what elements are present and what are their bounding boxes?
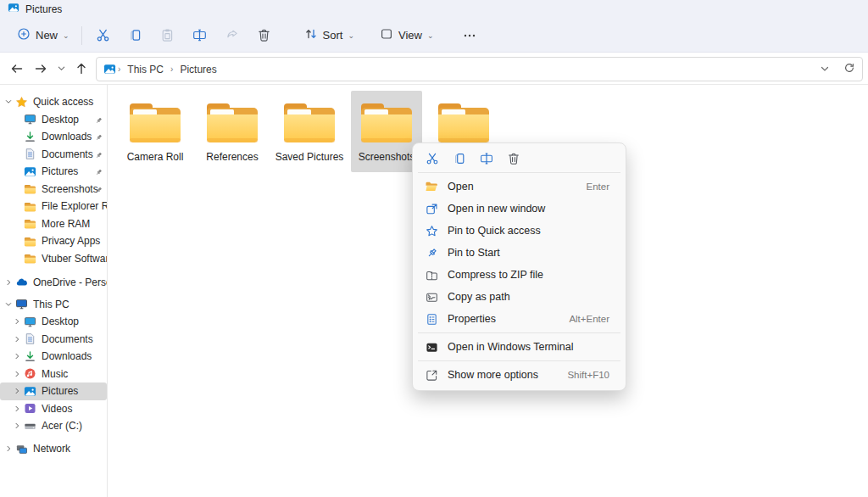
up-button[interactable] xyxy=(70,57,93,81)
pin-icon xyxy=(94,132,103,144)
breadcrumb-chevron-icon: › xyxy=(169,64,175,74)
pin-icon xyxy=(94,150,103,162)
see-more-button[interactable] xyxy=(453,22,486,49)
recent-locations-button[interactable] xyxy=(53,57,70,81)
sidebar-item-pictures[interactable]: Pictures xyxy=(0,163,107,181)
sidebar-item-screenshots[interactable]: Screenshots xyxy=(0,181,107,198)
sidebar-item-thispc-acer-c[interactable]: Acer (C:) xyxy=(0,417,107,435)
sort-button-label: Sort xyxy=(323,29,343,42)
breadcrumb-chevron-icon: › xyxy=(116,64,122,74)
view-button[interactable]: View ⌄ xyxy=(373,22,441,49)
menu-separator xyxy=(418,172,620,173)
rename-button[interactable] xyxy=(473,148,500,170)
pin-icon xyxy=(94,167,103,179)
menu-item-pin-to-start[interactable]: Pin to Start xyxy=(417,242,621,264)
chevron-down-icon: ⌄ xyxy=(348,31,354,40)
sidebar-item-thispc-downloads[interactable]: Downloads xyxy=(0,348,107,366)
menu-item-open[interactable]: Open Enter xyxy=(417,176,621,198)
sort-button[interactable]: Sort ⌄ xyxy=(298,22,361,49)
chevron-right-icon[interactable] xyxy=(11,405,23,413)
drive-icon xyxy=(23,420,37,433)
sidebar-item-quick-access[interactable]: Quick access xyxy=(0,93,107,111)
folder-label: References xyxy=(206,151,258,163)
computer-icon xyxy=(14,298,29,310)
forward-button[interactable] xyxy=(29,57,53,81)
chevron-right-icon[interactable] xyxy=(3,278,14,287)
sidebar-item-thispc-music[interactable]: Music xyxy=(0,366,107,383)
pictures-icon xyxy=(103,63,116,75)
copy-path-icon xyxy=(424,291,439,304)
chevron-right-icon[interactable] xyxy=(11,387,23,395)
breadcrumb-this-pc[interactable]: This PC xyxy=(122,61,169,78)
folder-tile-camera-roll[interactable]: Camera Roll xyxy=(120,91,191,172)
menu-item-compress-to-zip[interactable]: Compress to ZIP file xyxy=(417,264,621,286)
navigation-pane: Quick access Desktop Downloads Documents… xyxy=(0,85,108,497)
address-bar[interactable]: › This PC › Pictures xyxy=(96,57,863,81)
delete-button[interactable] xyxy=(500,148,527,170)
chevron-right-icon[interactable] xyxy=(11,335,23,343)
folder-icon xyxy=(204,100,260,146)
cut-button[interactable] xyxy=(419,148,446,170)
breadcrumb-pictures[interactable]: Pictures xyxy=(175,61,221,78)
menu-item-open-in-windows-terminal[interactable]: Open in Windows Terminal xyxy=(417,336,621,358)
copy-button[interactable] xyxy=(446,148,473,170)
menu-item-open-in-new-window[interactable]: Open in new window xyxy=(417,198,621,220)
new-button-label: New xyxy=(36,29,58,42)
terminal-icon xyxy=(424,341,439,354)
sidebar-item-privacy-apps[interactable]: Privacy Apps xyxy=(0,232,107,250)
menu-item-show-more-options[interactable]: Show more options Shift+F10 xyxy=(417,364,621,386)
downloads-icon xyxy=(23,350,37,363)
sidebar-item-vtuber-software[interactable]: Vtuber Software xyxy=(0,250,107,268)
folder-label: Camera Roll xyxy=(127,151,184,163)
sidebar-item-thispc-documents[interactable]: Documents xyxy=(0,331,107,349)
chevron-right-icon[interactable] xyxy=(3,444,14,453)
chevron-down-icon[interactable] xyxy=(3,300,14,309)
chevron-down-icon[interactable] xyxy=(3,98,14,106)
pin-icon xyxy=(94,115,103,127)
menu-item-properties[interactable]: Properties Alt+Enter xyxy=(417,308,621,330)
videos-icon xyxy=(23,402,37,415)
sidebar-item-onedrive[interactable]: OneDrive - Personal xyxy=(0,274,107,292)
new-button[interactable]: New ⌄ xyxy=(10,22,76,49)
chevron-right-icon[interactable] xyxy=(11,422,23,430)
sidebar-item-downloads[interactable]: Downloads xyxy=(0,128,107,146)
sidebar-item-network[interactable]: Network xyxy=(0,440,107,458)
paste-button[interactable] xyxy=(152,22,184,49)
sidebar-item-thispc-desktop[interactable]: Desktop xyxy=(0,313,107,331)
folder-tile-saved-pictures[interactable]: Saved Pictures xyxy=(274,91,345,172)
menu-item-copy-as-path[interactable]: Copy as path xyxy=(417,286,621,308)
open-folder-icon xyxy=(424,180,439,193)
sidebar-item-desktop[interactable]: Desktop xyxy=(0,111,107,129)
share-button[interactable] xyxy=(216,22,248,49)
folder-tile-references[interactable]: References xyxy=(197,91,268,172)
command-toolbar: New ⌄ Sort ⌄ View ⌄ xyxy=(0,19,868,53)
menu-separator xyxy=(418,360,620,361)
view-button-label: View xyxy=(398,29,422,42)
copy-button[interactable] xyxy=(120,22,152,49)
rename-button[interactable] xyxy=(184,22,216,49)
view-icon xyxy=(380,27,393,44)
back-button[interactable] xyxy=(5,57,29,81)
pictures-icon xyxy=(8,2,19,17)
chevron-right-icon[interactable] xyxy=(11,317,23,326)
toolbar-divider xyxy=(81,26,82,45)
refresh-icon[interactable] xyxy=(843,62,855,77)
pin-outline-icon xyxy=(424,247,439,260)
sidebar-item-documents[interactable]: Documents xyxy=(0,146,107,164)
sidebar-item-more-ram[interactable]: More RAM xyxy=(0,215,107,233)
sidebar-item-this-pc[interactable]: This PC xyxy=(0,296,107,314)
delete-button[interactable] xyxy=(248,22,281,49)
menu-item-pin-to-quick-access[interactable]: Pin to Quick access xyxy=(417,220,621,242)
desktop-icon xyxy=(23,316,37,328)
sidebar-item-file-explorer-review[interactable]: File Explorer Review xyxy=(0,198,107,215)
cut-button[interactable] xyxy=(87,22,120,49)
address-history-chevron-icon[interactable] xyxy=(820,62,830,77)
sidebar-item-thispc-videos[interactable]: Videos xyxy=(0,400,107,418)
pin-icon xyxy=(94,185,103,197)
chevron-right-icon[interactable] xyxy=(11,370,23,378)
chevron-down-icon: ⌄ xyxy=(427,31,434,40)
folder-icon xyxy=(23,235,37,248)
address-row: › This PC › Pictures xyxy=(0,53,868,85)
sidebar-item-thispc-pictures[interactable]: Pictures xyxy=(0,383,107,400)
chevron-right-icon[interactable] xyxy=(11,352,23,360)
